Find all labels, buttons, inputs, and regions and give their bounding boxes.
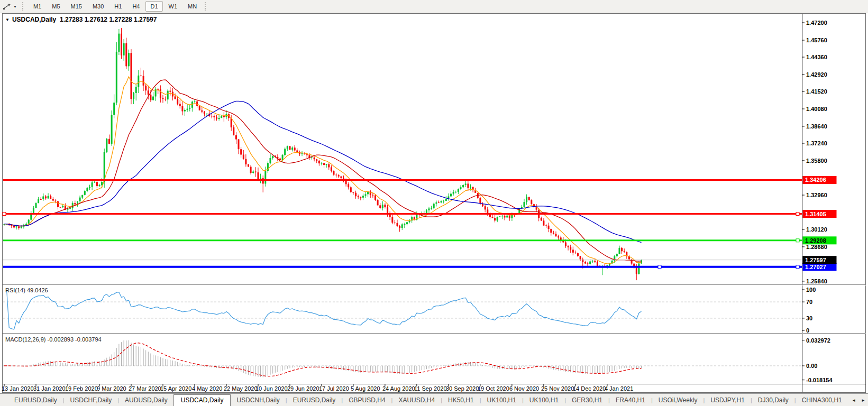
chart-tab[interactable]: UK100,H1 (481, 395, 522, 405)
timeframe-button-mn[interactable]: MN (183, 1, 202, 12)
svg-text:1.32960: 1.32960 (806, 192, 827, 198)
svg-text:1.42920: 1.42920 (806, 71, 827, 78)
svg-text:29 Jun 2020: 29 Jun 2020 (287, 385, 319, 392)
svg-text:1.34206: 1.34206 (805, 177, 826, 183)
svg-text:15 Apr 2020: 15 Apr 2020 (160, 385, 191, 392)
chart-tab[interactable]: UK100,H1 (524, 395, 564, 405)
svg-text:4 May 2020: 4 May 2020 (192, 385, 222, 392)
rsi-indicator-label: RSI(14) 49.0426 (5, 287, 48, 293)
tab-scroll-right-button[interactable]: ► (858, 396, 868, 404)
chart-tab[interactable]: GER30,H1 (566, 395, 608, 405)
price-line-label: 1.34206 (803, 176, 837, 184)
chart-tab[interactable]: CHINA300,H1 (796, 395, 848, 405)
chart-tab[interactable]: DJ30,Daily (752, 395, 794, 405)
svg-text:14 Dec 2020: 14 Dec 2020 (573, 385, 606, 392)
svg-text:19 Oct 2020: 19 Oct 2020 (478, 385, 509, 392)
svg-text:1.47200: 1.47200 (806, 20, 827, 26)
svg-text:30 Sep 2020: 30 Sep 2020 (446, 385, 479, 392)
svg-text:30: 30 (806, 315, 812, 321)
chart-title-symbol: USDCAD,Daily (12, 16, 56, 23)
chart-tab[interactable]: USDCAD,Daily (173, 394, 231, 406)
svg-text:1.30120: 1.30120 (806, 226, 827, 233)
hline-anchor-handle[interactable] (796, 239, 799, 242)
svg-text:5 Aug 2020: 5 Aug 2020 (351, 385, 380, 392)
chart-tab[interactable]: USDJPY,H1 (705, 395, 750, 405)
svg-text:9 Mar 2020: 9 Mar 2020 (97, 385, 126, 392)
svg-text:1.37240: 1.37240 (806, 140, 827, 146)
svg-text:19 Feb 2020: 19 Feb 2020 (65, 385, 98, 392)
price-line-label: 1.27027 (803, 263, 837, 271)
timeframe-button-m1[interactable]: M1 (29, 1, 46, 12)
svg-text:1.25840: 1.25840 (806, 278, 827, 284)
chart-tab[interactable]: GBPUSD,H4 (343, 395, 391, 405)
svg-text:1.38640: 1.38640 (806, 123, 827, 130)
hline-anchor-handle[interactable] (796, 213, 799, 216)
chart-tab[interactable]: USDCHF,Daily (65, 395, 118, 405)
timeframe-button-m30[interactable]: M30 (88, 1, 108, 12)
line-style-icon[interactable] (2, 2, 13, 11)
chart-tab[interactable]: EURUSD,Daily (287, 395, 342, 405)
svg-text:1.35800: 1.35800 (806, 158, 827, 164)
hline-anchor-handle[interactable] (3, 213, 6, 216)
timeframe-button-m15[interactable]: M15 (66, 1, 87, 12)
toolbar-grip-end (205, 2, 206, 11)
timeframe-buttons: M1M5M15M30H1H4D1W1MN (28, 1, 202, 12)
svg-text:25 Nov 2020: 25 Nov 2020 (541, 385, 574, 392)
timeframe-button-h4[interactable]: H4 (127, 1, 144, 12)
chart-tab[interactable]: FRA40,H1 (610, 395, 651, 405)
svg-text:1.45760: 1.45760 (806, 37, 827, 43)
svg-text:31 Jan 2020: 31 Jan 2020 (33, 385, 66, 392)
current-price-label: 1.27597 (803, 256, 837, 264)
svg-text:17 Jul 2020: 17 Jul 2020 (319, 385, 349, 392)
chart-tab[interactable]: XAUUSD,H4 (392, 395, 441, 405)
chart-tab-bar: EURUSD,Daily|USDCHF,Daily|AUDUSD,DailyUS… (0, 393, 855, 406)
svg-text:1.44360: 1.44360 (806, 54, 827, 60)
hline-anchor-handle[interactable] (658, 265, 661, 269)
chart-tab[interactable]: USDCNH,Daily (231, 395, 285, 405)
chart-tab[interactable]: EURUSD,Daily (8, 395, 63, 405)
window-menu-icon[interactable]: ▼ (5, 17, 10, 22)
svg-text:1.41520: 1.41520 (806, 88, 827, 95)
toolbar-grip (22, 2, 23, 11)
timeframe-button-d1[interactable]: D1 (145, 1, 162, 12)
chart-tab[interactable]: USOil,Weekly (653, 395, 703, 405)
chart-canvas[interactable]: 1.472001.457601.443601.429201.415201.400… (0, 0, 868, 406)
svg-text:1.31405: 1.31405 (805, 211, 826, 217)
tab-scroll-left-button[interactable]: ◄ (849, 396, 858, 404)
svg-text:24 Aug 2020: 24 Aug 2020 (382, 385, 415, 392)
top-toolbar: ▼ M1M5M15M30H1H4D1W1MN (0, 0, 868, 13)
svg-text:1.27027: 1.27027 (805, 264, 826, 270)
svg-text:22 May 2020: 22 May 2020 (224, 385, 258, 392)
svg-text:6 Nov 2020: 6 Nov 2020 (509, 385, 539, 392)
chart-title-ohlc: 1.27283 1.27612 1.27228 1.27597 (60, 16, 157, 23)
svg-text:1.28680: 1.28680 (806, 244, 827, 250)
svg-text:70: 70 (806, 299, 812, 305)
svg-text:0.00: 0.00 (806, 363, 817, 369)
svg-text:10 Jun 2020: 10 Jun 2020 (255, 385, 288, 392)
svg-text:1.27597: 1.27597 (805, 257, 826, 263)
price-line-label: 1.31405 (803, 210, 837, 218)
svg-text:13 Jan 2020: 13 Jan 2020 (2, 385, 34, 392)
timeframe-button-m5[interactable]: M5 (47, 1, 65, 12)
chart-title: ▼USDCAD,Daily 1.27283 1.27612 1.27228 1.… (5, 16, 157, 23)
macd-indicator-label: MACD(12,26,9) -0.002893 -0.003794 (5, 336, 102, 343)
tab-scroll-arrows: ◄ ► (846, 393, 868, 406)
date-axis-labels: 13 Jan 202031 Jan 202019 Feb 20209 Mar 2… (2, 384, 633, 392)
svg-text:4 Jan 2021: 4 Jan 2021 (605, 385, 633, 392)
svg-text:0.032972: 0.032972 (806, 337, 830, 344)
timeframe-button-w1[interactable]: W1 (164, 1, 182, 12)
timeframe-button-h1[interactable]: H1 (109, 1, 126, 12)
hline-anchor-handle[interactable] (796, 265, 799, 269)
chart-tab[interactable]: AUDUSD,Daily (119, 395, 173, 405)
line-style-dropdown-icon[interactable]: ▼ (13, 5, 17, 8)
svg-text:27 Mar 2020: 27 Mar 2020 (129, 385, 161, 392)
svg-text:11 Sep 2020: 11 Sep 2020 (414, 385, 447, 392)
chart-tab[interactable]: HK50,H1 (442, 395, 480, 405)
svg-text:1.40080: 1.40080 (806, 106, 827, 112)
svg-text:100: 100 (806, 287, 816, 293)
svg-text:1.29208: 1.29208 (805, 237, 826, 244)
svg-text:-0.018154: -0.018154 (806, 377, 833, 383)
price-line-label: 1.29208 (803, 236, 837, 244)
svg-text:0: 0 (806, 327, 809, 334)
